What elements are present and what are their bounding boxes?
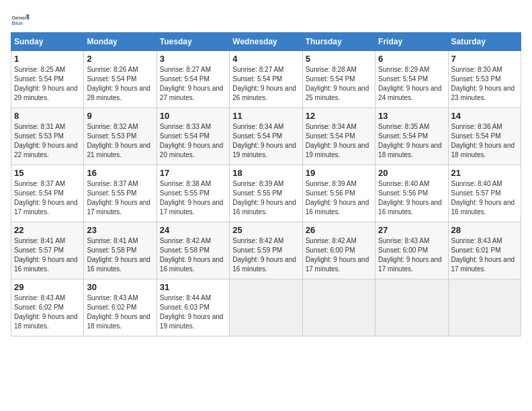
calendar-week-4: 22 Sunrise: 8:41 AM Sunset: 5:57 PM Dayl… (11, 222, 521, 279)
day-number: 27 (378, 225, 445, 235)
day-info: Sunrise: 8:26 AM Sunset: 5:54 PM Dayligh… (87, 65, 153, 103)
sunset: Sunset: 5:57 PM (451, 189, 518, 198)
day-info: Sunrise: 8:25 AM Sunset: 5:54 PM Dayligh… (14, 65, 81, 103)
sunset: Sunset: 5:54 PM (232, 75, 299, 84)
daylight: Daylight: 9 hours and 16 minutes. (160, 255, 226, 274)
col-header-monday: Monday (84, 33, 157, 51)
day-info: Sunrise: 8:41 AM Sunset: 5:58 PM Dayligh… (87, 236, 153, 274)
calendar-cell: 2 Sunrise: 8:26 AM Sunset: 5:54 PM Dayli… (84, 51, 157, 108)
sunrise: Sunrise: 8:42 AM (232, 236, 299, 246)
sunrise: Sunrise: 8:38 AM (160, 179, 226, 189)
daylight: Daylight: 9 hours and 19 minutes. (232, 141, 299, 160)
sunset: Sunset: 6:00 PM (378, 246, 445, 255)
calendar-cell: 10 Sunrise: 8:33 AM Sunset: 5:54 PM Dayl… (157, 108, 229, 165)
day-info: Sunrise: 8:42 AM Sunset: 5:58 PM Dayligh… (160, 236, 226, 274)
sunrise: Sunrise: 8:29 AM (378, 65, 445, 75)
col-header-thursday: Thursday (302, 33, 375, 51)
daylight: Daylight: 9 hours and 19 minutes. (306, 141, 372, 160)
day-info: Sunrise: 8:31 AM Sunset: 5:53 PM Dayligh… (14, 122, 81, 160)
day-info: Sunrise: 8:43 AM Sunset: 6:01 PM Dayligh… (451, 236, 518, 274)
day-info: Sunrise: 8:33 AM Sunset: 5:54 PM Dayligh… (160, 122, 226, 160)
svg-text:Blue: Blue (11, 20, 23, 26)
day-info: Sunrise: 8:37 AM Sunset: 5:54 PM Dayligh… (14, 179, 81, 217)
sunrise: Sunrise: 8:42 AM (306, 236, 372, 246)
calendar-cell: 28 Sunrise: 8:43 AM Sunset: 6:01 PM Dayl… (448, 222, 521, 279)
day-info: Sunrise: 8:40 AM Sunset: 5:56 PM Dayligh… (378, 179, 445, 217)
day-info: Sunrise: 8:41 AM Sunset: 5:57 PM Dayligh… (14, 236, 81, 274)
sunrise: Sunrise: 8:31 AM (14, 122, 81, 132)
day-number: 21 (451, 168, 518, 178)
sunset: Sunset: 5:54 PM (378, 75, 445, 84)
day-info: Sunrise: 8:38 AM Sunset: 5:55 PM Dayligh… (160, 179, 226, 217)
daylight: Daylight: 9 hours and 18 minutes. (14, 312, 81, 331)
daylight: Daylight: 9 hours and 16 minutes. (87, 255, 153, 274)
calendar-cell: 11 Sunrise: 8:34 AM Sunset: 5:54 PM Dayl… (230, 108, 302, 165)
sunrise: Sunrise: 8:27 AM (232, 65, 299, 75)
day-number: 10 (160, 111, 226, 121)
day-number: 13 (378, 111, 445, 121)
sunset: Sunset: 5:54 PM (87, 75, 153, 84)
calendar-cell: 4 Sunrise: 8:27 AM Sunset: 5:54 PM Dayli… (230, 51, 302, 108)
calendar-cell: 20 Sunrise: 8:40 AM Sunset: 5:56 PM Dayl… (375, 165, 448, 222)
day-number: 11 (232, 111, 299, 121)
sunrise: Sunrise: 8:40 AM (378, 179, 445, 189)
sunset: Sunset: 5:53 PM (451, 75, 518, 84)
daylight: Daylight: 9 hours and 19 minutes. (160, 312, 226, 331)
day-info: Sunrise: 8:39 AM Sunset: 5:56 PM Dayligh… (306, 179, 372, 217)
calendar-cell: 7 Sunrise: 8:30 AM Sunset: 5:53 PM Dayli… (448, 51, 521, 108)
daylight: Daylight: 9 hours and 28 minutes. (87, 84, 153, 103)
sunrise: Sunrise: 8:42 AM (160, 236, 226, 246)
day-info: Sunrise: 8:42 AM Sunset: 6:00 PM Dayligh… (306, 236, 372, 274)
calendar-cell (448, 279, 521, 336)
day-info: Sunrise: 8:40 AM Sunset: 5:57 PM Dayligh… (451, 179, 518, 217)
logo: General Blue (11, 11, 30, 30)
sunset: Sunset: 5:54 PM (160, 75, 226, 84)
daylight: Daylight: 9 hours and 17 minutes. (306, 255, 372, 274)
sunset: Sunset: 5:55 PM (160, 189, 226, 198)
daylight: Daylight: 9 hours and 17 minutes. (87, 198, 153, 217)
day-number: 30 (87, 282, 153, 292)
day-info: Sunrise: 8:43 AM Sunset: 6:00 PM Dayligh… (378, 236, 445, 274)
calendar-cell: 15 Sunrise: 8:37 AM Sunset: 5:54 PM Dayl… (11, 165, 84, 222)
day-number: 4 (232, 54, 299, 64)
daylight: Daylight: 9 hours and 16 minutes. (232, 198, 299, 217)
calendar-week-1: 1 Sunrise: 8:25 AM Sunset: 5:54 PM Dayli… (11, 51, 521, 108)
day-info: Sunrise: 8:32 AM Sunset: 5:53 PM Dayligh… (87, 122, 153, 160)
sunset: Sunset: 5:53 PM (87, 132, 153, 141)
sunrise: Sunrise: 8:35 AM (378, 122, 445, 132)
sunrise: Sunrise: 8:43 AM (14, 293, 81, 303)
day-number: 1 (14, 54, 81, 64)
day-info: Sunrise: 8:35 AM Sunset: 5:54 PM Dayligh… (378, 122, 445, 160)
sunset: Sunset: 5:54 PM (14, 75, 81, 84)
sunset: Sunset: 6:00 PM (306, 246, 372, 255)
day-number: 31 (160, 282, 226, 292)
sunrise: Sunrise: 8:37 AM (87, 179, 153, 189)
day-number: 22 (14, 225, 81, 235)
day-number: 12 (306, 111, 372, 121)
header: General Blue (11, 11, 521, 30)
sunset: Sunset: 5:54 PM (160, 132, 226, 141)
calendar-header-row: SundayMondayTuesdayWednesdayThursdayFrid… (11, 33, 521, 51)
sunset: Sunset: 6:01 PM (451, 246, 518, 255)
day-info: Sunrise: 8:28 AM Sunset: 5:54 PM Dayligh… (306, 65, 372, 103)
calendar-week-5: 29 Sunrise: 8:43 AM Sunset: 6:02 PM Dayl… (11, 279, 521, 336)
daylight: Daylight: 9 hours and 22 minutes. (14, 141, 81, 160)
day-number: 24 (160, 225, 226, 235)
sunset: Sunset: 5:54 PM (378, 132, 445, 141)
day-info: Sunrise: 8:37 AM Sunset: 5:55 PM Dayligh… (87, 179, 153, 217)
daylight: Daylight: 9 hours and 24 minutes. (378, 84, 445, 103)
day-number: 29 (14, 282, 81, 292)
col-header-tuesday: Tuesday (157, 33, 229, 51)
calendar-cell: 22 Sunrise: 8:41 AM Sunset: 5:57 PM Dayl… (11, 222, 84, 279)
calendar-cell: 27 Sunrise: 8:43 AM Sunset: 6:00 PM Dayl… (375, 222, 448, 279)
sunset: Sunset: 5:56 PM (378, 189, 445, 198)
day-number: 28 (451, 225, 518, 235)
day-info: Sunrise: 8:29 AM Sunset: 5:54 PM Dayligh… (378, 65, 445, 103)
day-info: Sunrise: 8:44 AM Sunset: 6:03 PM Dayligh… (160, 293, 226, 331)
daylight: Daylight: 9 hours and 16 minutes. (232, 255, 299, 274)
daylight: Daylight: 9 hours and 17 minutes. (14, 198, 81, 217)
calendar-week-3: 15 Sunrise: 8:37 AM Sunset: 5:54 PM Dayl… (11, 165, 521, 222)
calendar-cell: 24 Sunrise: 8:42 AM Sunset: 5:58 PM Dayl… (157, 222, 229, 279)
sunrise: Sunrise: 8:43 AM (451, 236, 518, 246)
sunrise: Sunrise: 8:41 AM (14, 236, 81, 246)
